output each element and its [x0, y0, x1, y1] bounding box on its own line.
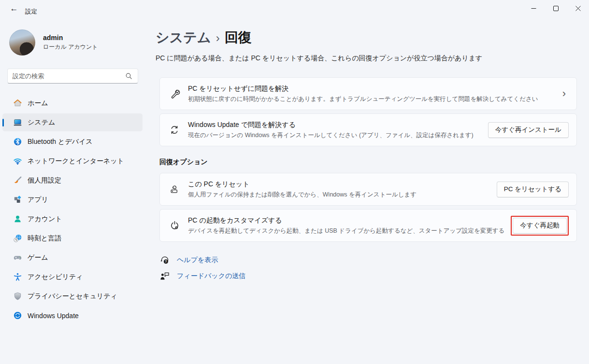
reinstall-sync-icon [169, 124, 180, 136]
breadcrumb-separator: › [216, 31, 220, 44]
link-label: フィードバックの送信 [177, 272, 245, 280]
sidebar-item-apps[interactable]: アプリ [2, 191, 143, 209]
apps-icon [13, 195, 22, 204]
back-button[interactable]: ← [6, 2, 22, 15]
home-icon [13, 98, 22, 108]
bluetooth-icon [13, 137, 22, 146]
card-reset-this-pc: この PC をリセット 個人用ファイルの保持または削除を選んでから、Window… [159, 173, 577, 206]
network-icon [13, 156, 22, 166]
windows-update-icon [13, 311, 22, 320]
card-advanced-startup: PC の起動をカスタマイズする デバイスを再起動してディスクから起動、または U… [159, 209, 577, 242]
sidebar-item-label: アプリ [28, 196, 48, 204]
maximize-icon [553, 6, 559, 11]
sidebar-item-time-language[interactable]: 時刻と言語 [2, 229, 143, 247]
page-title: システム›回復 [156, 28, 581, 47]
breadcrumb-current: 回復 [225, 30, 252, 45]
search-input[interactable]: 設定の検索 [7, 69, 138, 84]
card-fix-with-windows-update: Windows Update で問題を解決する 現在のバージョンの Window… [159, 113, 577, 146]
sidebar-item-label: 時刻と言語 [28, 234, 61, 243]
minimize-icon [531, 6, 536, 11]
card-title: PC の起動をカスタマイズする [188, 216, 511, 225]
card-title: Windows Update で問題を解決する [188, 121, 488, 129]
accessibility-person-icon [13, 272, 22, 281]
sidebar-item-accounts[interactable]: アカウント [2, 210, 143, 228]
sidebar-item-label: アカウント [28, 215, 62, 224]
system-icon [13, 118, 22, 127]
get-help-link[interactable]: ? ヘルプを表示 [159, 254, 218, 266]
sidebar-item-label: Windows Update [28, 312, 79, 320]
link-label: ヘルプを表示 [177, 256, 218, 265]
card-fix-without-reset[interactable]: PC をリセットせずに問題を解決 初期状態に戻すのに時間がかかることがあります。… [159, 77, 577, 110]
card-subtitle: デバイスを再起動してディスクから起動、または USB ドライブから起動するなど、… [188, 227, 511, 235]
sidebar-item-label: プライバシーとセキュリティ [28, 292, 117, 301]
feedback-icon [159, 271, 170, 281]
user-name: admin [43, 34, 98, 42]
restart-now-button[interactable]: 今すぐ再起動 [513, 218, 567, 234]
user-account-type: ローカル アカウント [43, 43, 98, 51]
sidebar-item-label: ホーム [28, 99, 48, 108]
sidebar-item-accessibility[interactable]: アクセシビリティ [2, 268, 143, 286]
sidebar-item-bluetooth-devices[interactable]: Bluetooth とデバイス [2, 133, 143, 151]
section-header-recovery-options: 回復オプション [159, 158, 577, 167]
app-title: 設定 [25, 8, 37, 16]
minimize-button[interactable] [522, 0, 545, 16]
sidebar-item-label: 個人用設定 [28, 176, 61, 185]
sidebar-item-label: ゲーム [28, 253, 48, 262]
wrench-icon [169, 88, 180, 99]
user-account[interactable]: admin ローカル アカウント [9, 29, 145, 56]
close-icon [575, 6, 581, 11]
paintbrush-icon [13, 176, 22, 185]
card-title: PC をリセットせずに問題を解決 [188, 84, 562, 93]
sidebar-item-label: アクセシビリティ [28, 273, 83, 281]
sidebar: admin ローカル アカウント 設定の検索 ホーム [0, 23, 145, 364]
sidebar-item-system[interactable]: システム [2, 113, 143, 131]
sidebar-item-personalization[interactable]: 個人用設定 [2, 171, 143, 189]
page-description: PC に問題がある場合、または PC をリセットする場合、これらの回復オプション… [156, 54, 581, 63]
sidebar-item-gaming[interactable]: ゲーム [2, 249, 143, 266]
card-subtitle: 初期状態に戻すのに時間がかかることがあります。まずトラブルシューティングツールを… [188, 95, 562, 103]
selected-indicator [2, 119, 4, 126]
main-content: システム›回復 PC に問題がある場合、または PC をリセットする場合、これら… [156, 23, 581, 286]
help-links: ? ヘルプを表示 フィードバックの送信 [159, 254, 581, 282]
sidebar-item-privacy-security[interactable]: プライバシーとセキュリティ [2, 287, 143, 305]
sidebar-item-home[interactable]: ホーム [2, 94, 143, 112]
card-subtitle: 個人用ファイルの保持または削除を選んでから、Windows を再インストールしま… [188, 191, 497, 199]
sidebar-item-network-internet[interactable]: ネットワークとインターネット [2, 152, 143, 170]
recovery-cards: PC をリセットせずに問題を解決 初期状態に戻すのに時間がかかることがあります。… [159, 77, 577, 242]
avatar [9, 29, 35, 56]
chevron-right-icon: › [562, 87, 566, 100]
reset-pc-icon [169, 183, 180, 195]
sidebar-item-windows-update[interactable]: Windows Update [2, 307, 143, 324]
back-arrow-icon: ← [10, 4, 18, 14]
sidebar-nav: ホーム システム [2, 94, 143, 324]
clock-globe-icon [13, 234, 22, 243]
game-controller-icon [13, 253, 22, 262]
breadcrumb-parent[interactable]: システム [156, 30, 211, 45]
svg-text:?: ? [165, 260, 167, 263]
reset-pc-button[interactable]: PC をリセットする [497, 182, 569, 197]
get-help-icon: ? [159, 255, 170, 266]
highlight-annotation: 今すぐ再起動 [511, 216, 569, 236]
reinstall-now-button[interactable]: 今すぐ再インストール [488, 122, 569, 138]
send-feedback-link[interactable]: フィードバックの送信 [159, 270, 245, 282]
sidebar-item-label: システム [28, 118, 55, 127]
close-button[interactable] [567, 0, 589, 16]
card-title: この PC をリセット [188, 180, 497, 189]
search-icon [125, 72, 133, 80]
maximize-button[interactable] [545, 0, 567, 16]
card-subtitle: 現在のバージョンの Windows を再インストールしてください (アプリ、ファ… [188, 131, 488, 140]
shield-icon [13, 292, 22, 301]
sidebar-item-label: ネットワークとインターネット [28, 157, 124, 166]
search-placeholder: 設定の検索 [13, 72, 125, 81]
startup-power-gear-icon [169, 220, 180, 231]
titlebar: ← 設定 [0, 0, 589, 23]
sidebar-item-label: Bluetooth とデバイス [28, 138, 93, 146]
person-icon [13, 214, 22, 224]
